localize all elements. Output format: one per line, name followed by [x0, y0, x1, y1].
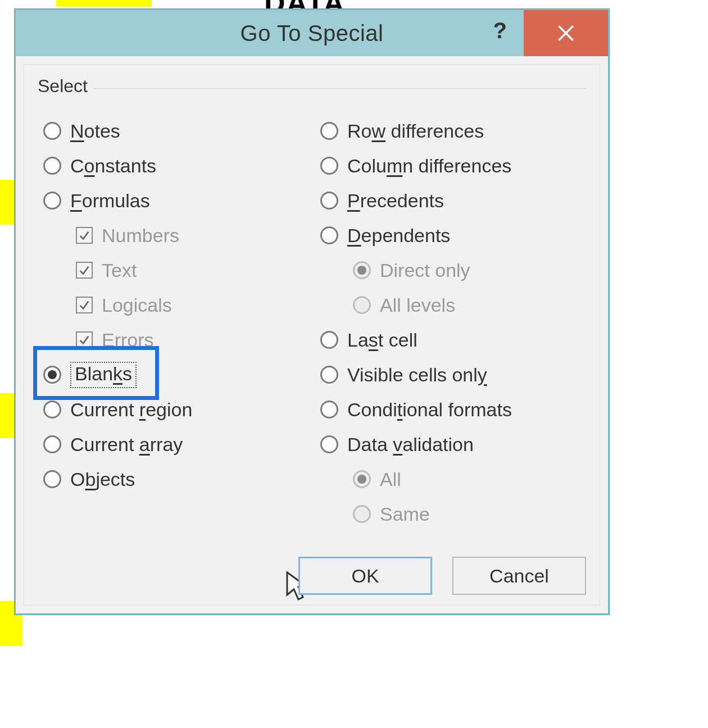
radio-conditional-formats[interactable]: Conditional formats [320, 392, 586, 427]
radio-data-validation[interactable]: Data validation [320, 427, 586, 462]
right-column: Row differences Column differences Prece… [309, 113, 586, 531]
button-row: OK Cancel [298, 557, 586, 595]
check-text: Text [43, 253, 309, 288]
titlebar[interactable]: Go To Special ? [16, 10, 608, 56]
close-icon [556, 24, 575, 43]
check-numbers: Numbers [43, 218, 309, 253]
radio-direct-only: Direct only [320, 253, 586, 288]
radio-notes[interactable]: Notes [43, 113, 309, 148]
bg-highlight [0, 180, 15, 225]
goto-special-dialog: Go To Special ? Select Notes Constants [15, 9, 609, 615]
radio-constants[interactable]: Constants [43, 148, 309, 183]
bg-highlight [56, 0, 152, 7]
radio-column-differences[interactable]: Column differences [320, 148, 586, 183]
left-column: Notes Constants Formulas Numbers Text [38, 113, 309, 531]
check-errors: Errors [43, 322, 309, 357]
close-button[interactable] [524, 10, 608, 56]
radio-blanks[interactable]: Blanks [43, 357, 309, 392]
radio-current-region[interactable]: Current region [43, 392, 309, 427]
bg-highlight [0, 393, 15, 438]
dialog-body: Select Notes Constants Formulas [24, 64, 600, 606]
group-divider [38, 88, 586, 89]
help-button[interactable]: ? [493, 18, 507, 43]
radio-precedents[interactable]: Precedents [320, 183, 586, 218]
radio-objects[interactable]: Objects [43, 462, 309, 497]
radio-visible-cells[interactable]: Visible cells only [320, 357, 586, 392]
check-logicals: Logicals [43, 288, 309, 322]
radio-dependents[interactable]: Dependents [320, 218, 586, 253]
radio-last-cell[interactable]: Last cell [320, 322, 586, 357]
radio-formulas[interactable]: Formulas [43, 183, 309, 218]
radio-all-levels: All levels [320, 288, 586, 322]
group-label: Select [38, 76, 93, 97]
radio-current-array[interactable]: Current array [43, 427, 309, 462]
dialog-title: Go To Special [16, 21, 608, 46]
cancel-button[interactable]: Cancel [452, 557, 586, 595]
radio-row-differences[interactable]: Row differences [320, 113, 586, 148]
radio-validation-same: Same [320, 497, 586, 531]
radio-validation-all: All [320, 462, 586, 497]
ok-button[interactable]: OK [298, 557, 432, 595]
focus-indicator: Blanks [70, 362, 137, 388]
